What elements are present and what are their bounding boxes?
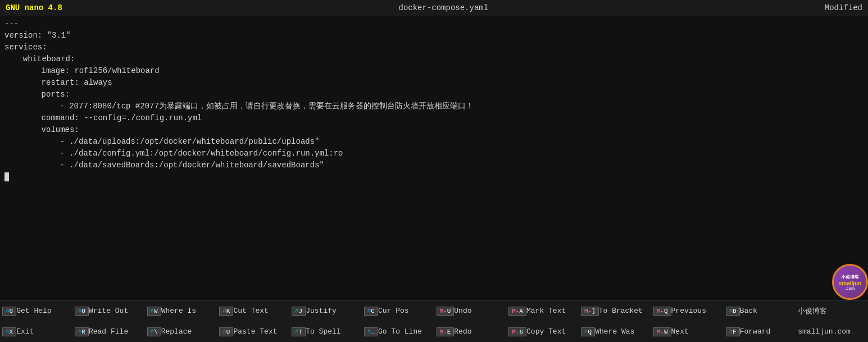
badge-sub-text: .com [846,286,855,290]
app-title: GNU nano 4.8 [6,3,62,12]
badge-top-text: 小俊博客 [841,274,859,280]
shortcut-key: ^K [219,307,233,316]
shortcut-item[interactable]: ^X Exit [0,321,72,342]
shortcut-key: ^U [219,327,233,336]
shortcut-key: ^F [726,327,740,336]
shortcut-label: Paste Text [233,327,277,336]
editor-line: - ./data/config.yml:/opt/docker/whiteboa… [4,148,864,159]
shortcut-key: M-U [437,307,455,316]
shortcut-item[interactable]: ^R Read File [72,321,145,342]
shortcut-label: Where Is [161,307,196,315]
shortcut-label: To Spell [306,327,340,336]
shortcut-label: Forward [740,327,771,336]
editor-line: version: "3.1" [4,30,864,42]
editor-line: - ./data/uploads:/opt/docker/whiteboard/… [4,136,864,148]
editor-line: services: [4,42,864,53]
shortcut-key: M-A [508,307,526,316]
editor-line: command: --config=./config.run.yml [4,112,864,124]
editor-line: ports: [4,89,864,101]
shortcut-item[interactable]: M-6 Copy Text [506,321,579,342]
shortcut-item[interactable]: 小俊博客 [796,300,868,321]
shortcut-key: ^Q [581,327,595,336]
shortcut-row-2: ^X Exit^R Read File^\ Replace^U Paste Te… [0,321,868,342]
shortcut-label: Next [671,327,689,336]
modified-status: Modified [825,3,862,12]
editor-line: image: rofl256/whiteboard [4,65,864,77]
shortcut-label: Undo [454,307,471,315]
file-name: docker-compose.yaml [398,3,488,12]
shortcut-key: M-] [581,307,599,316]
shortcut-key: M-E [437,327,455,336]
shortcut-item[interactable]: M-W Next [651,321,724,342]
shortcut-item[interactable]: ^O Write Out [72,300,145,321]
shortcut-label: Redo [454,327,471,336]
shortcut-item[interactable]: smalljun.com [796,321,868,342]
shortcut-item[interactable]: ^B Back [724,300,796,321]
shortcut-row-1: ^G Get Help^O Write Out^W Where Is^K Cut… [0,300,868,321]
shortcut-label: Write Out [89,307,128,315]
shortcut-key: ^\ [147,327,161,336]
editor-area[interactable]: ---version: "3.1"services: whiteboard: i… [0,16,868,300]
title-bar: GNU nano 4.8 docker-compose.yaml Modifie… [0,0,868,16]
shortcut-key: ^W [147,307,161,316]
shortcut-key: ^B [726,307,740,316]
editor-line: whiteboard: [4,53,864,65]
shortcut-label: smalljun.com [798,327,851,336]
shortcut-key: M-Q [653,307,671,316]
shortcut-label: Cur Pos [378,307,409,315]
shortcut-item[interactable]: M-U Undo [434,300,507,321]
shortcut-item[interactable]: M-] To Bracket [579,300,651,321]
shortcut-label: Exit [16,327,34,336]
shortcut-label: Previous [671,307,706,315]
shortcut-item[interactable]: ^\ Replace [145,321,217,342]
badge-main-text: smalljun [839,280,862,286]
shortcut-item[interactable]: ^U Paste Text [217,321,289,342]
bottom-bar: ^G Get Help^O Write Out^W Where Is^K Cut… [0,300,868,342]
shortcut-item[interactable]: ^K Cut Text [217,300,289,321]
shortcut-label: Cut Text [233,307,268,315]
shortcut-label: To Bracket [599,307,643,315]
watermark-container: 小俊博客 smalljun .com [832,264,868,300]
shortcut-label: Back [740,307,757,315]
shortcut-item[interactable]: ^G Get Help [0,300,72,321]
shortcut-key: ^R [75,327,89,336]
editor-line: --- [4,18,864,30]
editor-line: restart: always [4,77,864,89]
shortcut-key: ^J [292,307,306,316]
shortcut-label: Mark Text [526,307,566,315]
shortcut-label: 小俊博客 [798,306,827,316]
shortcut-key: ^X [2,327,16,336]
shortcut-key: ^O [75,307,89,316]
shortcut-item[interactable]: M-E Redo [434,321,507,342]
shortcut-item[interactable]: ^W Where Is [145,300,217,321]
shortcut-item[interactable]: M-Q Previous [651,300,724,321]
shortcut-key: ^_ [364,327,378,336]
shortcut-key: M-W [653,327,671,336]
editor-line: - ./data/savedBoards:/opt/docker/whitebo… [4,159,864,171]
shortcut-label: Justify [306,307,337,315]
editor-line: volumes: [4,124,864,136]
shortcut-label: Get Help [16,307,51,315]
shortcut-item[interactable]: ^C Cur Pos [362,300,434,321]
shortcut-label: Where Was [595,327,634,336]
shortcut-label: Replace [161,327,192,336]
shortcut-key: ^C [364,307,378,316]
shortcut-item[interactable]: M-A Mark Text [506,300,579,321]
shortcut-item[interactable]: ^Q Where Was [579,321,651,342]
shortcut-item[interactable]: ^T To Spell [289,321,362,342]
editor-lines: ---version: "3.1"services: whiteboard: i… [4,18,864,183]
shortcut-key: M-6 [508,327,526,336]
shortcut-item[interactable]: ^F Forward [724,321,796,342]
shortcut-label: Copy Text [526,327,566,336]
shortcut-key: ^G [2,307,16,316]
shortcut-key: ^T [292,327,306,336]
watermark-badge: 小俊博客 smalljun .com [832,264,868,300]
shortcut-label: Go To Line [378,327,422,336]
shortcut-item[interactable]: ^_ Go To Line [362,321,434,342]
shortcut-item[interactable]: ^J Justify [289,300,362,321]
cursor-line [4,171,864,183]
shortcut-label: Read File [89,327,128,336]
editor-line: - 2077:8080/tcp #2077为暴露端口，如被占用，请自行更改替换，… [4,101,864,112]
